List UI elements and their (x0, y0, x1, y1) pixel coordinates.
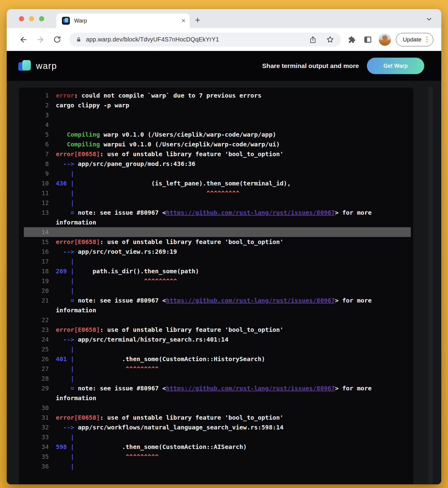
bookmark-star-icon[interactable] (326, 35, 334, 44)
reload-icon[interactable] (52, 35, 62, 44)
line-number: 29 (19, 383, 49, 403)
close-window-button[interactable] (19, 16, 24, 21)
terminal-line: 29 = note: see issue #80967 <https://git… (19, 383, 413, 403)
terminal-line: 36 | (19, 461, 413, 471)
terminal-line: 11 | ^^^^^^^^^ (19, 188, 413, 198)
line-number: 18 (19, 266, 49, 276)
line-content: | (49, 374, 413, 383)
new-tab-button[interactable]: + (192, 14, 204, 26)
terminal-line: 2cargo clippy -p warp (19, 100, 413, 110)
line-number: 28 (19, 374, 49, 383)
terminal-line: 30 (19, 403, 413, 413)
line-number: 3 (19, 110, 49, 120)
line-content: | (49, 169, 413, 178)
line-number: 33 (19, 432, 49, 442)
terminal-line: 1error: could not compile `warp` due to … (19, 91, 413, 100)
line-number: 19 (19, 276, 49, 286)
line-number: 25 (19, 344, 49, 354)
terminal-line: 8 --> app/src/pane_group/mod.rs:436:36 (19, 159, 413, 169)
tab-warp[interactable]: Warp × (56, 13, 190, 28)
warp-wordmark[interactable]: warp (36, 61, 57, 71)
line-content (49, 315, 413, 325)
terminal-line: 23error[E0658]: use of unstable library … (19, 325, 413, 335)
terminal-line: 12 | (19, 198, 413, 208)
terminal-line: 28 | (19, 374, 413, 383)
terminal-line: 13 = note: see issue #80967 <https://git… (19, 208, 413, 227)
line-content: | (49, 198, 413, 208)
warp-logo-icon[interactable] (18, 60, 32, 72)
terminal-output: 1error: could not compile `warp` due to … (19, 88, 413, 484)
back-icon[interactable] (19, 35, 28, 44)
terminal-line: 16 --> app/src/root_view.rs:269:19 (19, 247, 413, 257)
line-content (49, 120, 413, 130)
line-number: 21 (19, 296, 49, 315)
line-content: | ^^^^^^^^^ (49, 364, 413, 374)
line-number: 2 (19, 100, 49, 110)
line-content: cargo clippy -p warp (49, 100, 413, 110)
warp-favicon-icon (62, 17, 70, 25)
line-number: 13 (19, 208, 49, 227)
line-number: 9 (19, 169, 49, 178)
tab-search-chevron-icon[interactable] (425, 15, 433, 24)
extensions-puzzle-icon[interactable] (347, 35, 357, 45)
terminal-line: 4 (19, 120, 413, 130)
terminal-line: 21 = note: see issue #80967 <https://git… (19, 296, 413, 315)
line-content: error[E0658]: use of unstable library fe… (49, 413, 413, 422)
line-content: | ^^^^^^^^^ (49, 452, 413, 461)
lock-icon (76, 37, 81, 43)
maximize-window-button[interactable] (39, 16, 44, 21)
url-bar[interactable]: app.warp.dev/block/TdvyUF4S7nHocDQqEkYrY… (69, 33, 341, 47)
line-content: error[E0658]: use of unstable library fe… (49, 325, 413, 335)
line-number: 15 (19, 237, 49, 247)
header-tagline: Share terminal output and more (262, 62, 359, 70)
line-number: 11 (19, 188, 49, 198)
terminal-line-highlighted: 14 (24, 227, 411, 237)
line-number: 14 (24, 227, 49, 237)
line-content (49, 227, 411, 237)
terminal-line: 20 | (19, 286, 413, 296)
line-content: 401 | .then_some(CustomAction::HistorySe… (49, 354, 413, 364)
line-content: = note: see issue #80967 <https://github… (49, 208, 413, 227)
issue-link[interactable]: https://github.com/rust-lang/rust/issues… (166, 385, 335, 392)
share-icon[interactable] (309, 36, 317, 44)
terminal-line: 6 Compiling warpui v0.1.0 (/Users/ciepli… (19, 139, 413, 149)
line-content: 269 | path.is_dir().then_some(path) (49, 266, 413, 276)
line-content: Compiling warpui v0.1.0 (/Users/cieplik/… (49, 139, 413, 149)
terminal-line: 35 | ^^^^^^^^^ (19, 452, 413, 461)
issue-link[interactable]: https://github.com/rust-lang/rust/issues… (166, 209, 335, 216)
get-warp-button[interactable]: Get Warp (367, 58, 424, 74)
line-number: 1 (19, 91, 49, 100)
line-content: | (49, 432, 413, 442)
line-content: --> app/src/terminal/history_search.rs:4… (49, 335, 413, 344)
page-scrollbar[interactable] (428, 87, 433, 484)
line-number: 12 (19, 198, 49, 208)
line-number: 24 (19, 335, 49, 344)
line-number: 8 (19, 159, 49, 169)
line-number: 20 (19, 286, 49, 296)
line-content: | ^^^^^^^^^ (49, 188, 413, 198)
line-content: error[E0658]: use of unstable library fe… (49, 237, 413, 247)
line-content: | (49, 461, 413, 471)
side-panel-icon[interactable] (363, 35, 373, 45)
browser-toolbar: app.warp.dev/block/TdvyUF4S7nHocDQqEkYrY… (7, 28, 441, 51)
line-content: 598 | .then_some(CustomAction::AISearch) (49, 442, 413, 452)
browser-menu-kebab-icon[interactable] (425, 37, 429, 42)
line-number: 6 (19, 139, 49, 149)
terminal-line: 22 (19, 315, 413, 325)
close-tab-icon[interactable]: × (181, 17, 185, 24)
forward-icon[interactable] (36, 35, 45, 44)
issue-link[interactable]: https://github.com/rust-lang/rust/issues… (166, 297, 335, 304)
line-number: 35 (19, 452, 49, 461)
update-button[interactable]: Update (396, 33, 433, 46)
profile-avatar[interactable] (379, 34, 391, 46)
line-number: 32 (19, 422, 49, 432)
minimize-window-button[interactable] (29, 16, 34, 21)
line-number: 5 (19, 130, 49, 139)
line-content: | (49, 344, 413, 354)
line-number: 23 (19, 325, 49, 335)
line-number: 27 (19, 364, 49, 374)
terminal-line: 31error[E0658]: use of unstable library … (19, 413, 413, 422)
url-text: app.warp.dev/block/TdvyUF4S7nHocDQqEkYrY… (86, 36, 309, 43)
line-content: | (49, 286, 413, 296)
terminal-line: 15error[E0658]: use of unstable library … (19, 237, 413, 247)
